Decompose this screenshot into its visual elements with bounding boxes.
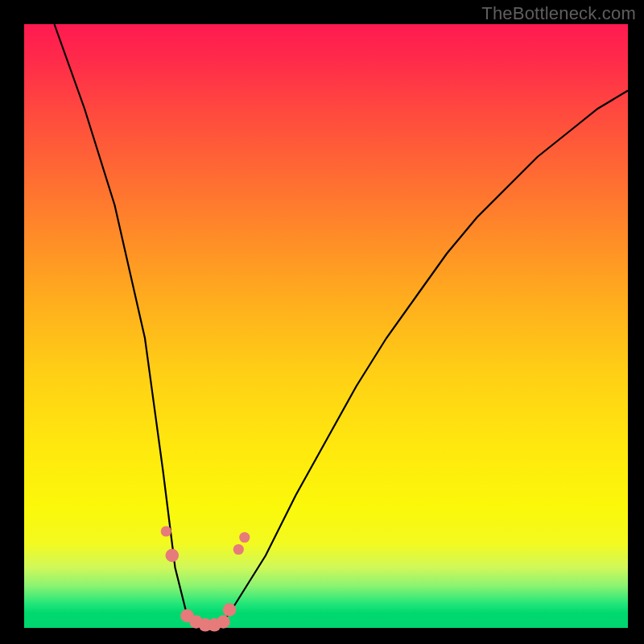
chart-svg <box>24 24 628 628</box>
curve-markers <box>161 526 250 631</box>
curve-marker <box>166 549 180 563</box>
chart-plot-area <box>24 24 628 628</box>
curve-marker <box>161 526 171 536</box>
bottleneck-curve <box>55 24 629 628</box>
curve-marker <box>223 603 237 617</box>
curve-marker <box>217 615 230 629</box>
curve-marker <box>239 532 250 543</box>
chart-frame: TheBottleneck.com <box>0 0 644 644</box>
curve-marker <box>233 544 244 555</box>
attribution-label: TheBottleneck.com <box>481 3 636 24</box>
